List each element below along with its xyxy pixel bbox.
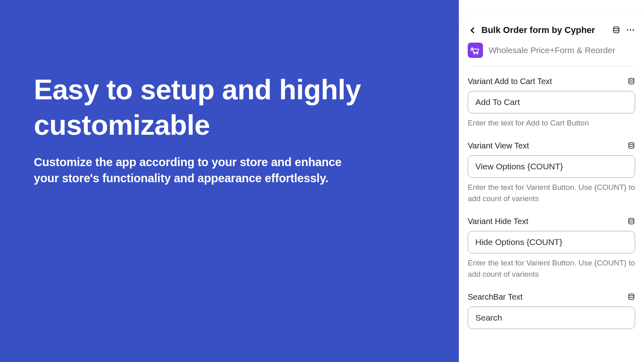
variant-hide-input[interactable] (468, 231, 635, 253)
dynamic-source-button[interactable] (627, 218, 635, 225)
svg-point-6 (629, 294, 634, 296)
settings-panel: Bulk Order form by Cypher ··· (459, 16, 644, 362)
searchbar-text-input[interactable] (468, 306, 635, 329)
cart-icon (471, 45, 480, 55)
dynamic-source-button[interactable] (627, 293, 635, 301)
more-menu-button[interactable]: ··· (626, 26, 635, 35)
dynamic-source-button[interactable] (627, 142, 635, 150)
svg-point-5 (629, 218, 634, 220)
fields-scroll-area: Variant Add to Cart Text Enter the text … (468, 66, 635, 362)
panel-title: Bulk Order form by Cypher (481, 25, 608, 35)
database-icon-button[interactable] (612, 26, 621, 35)
hero-section: Easy to setup and highly customizable Cu… (0, 0, 459, 362)
field-label: Variant Add to Cart Text (468, 77, 552, 86)
field-variant-hide: Variant Hide Text Enter the text for Var… (468, 217, 635, 280)
database-icon (627, 142, 635, 150)
dynamic-source-button[interactable] (627, 78, 635, 85)
field-variant-add-to-cart: Variant Add to Cart Text Enter the text … (468, 77, 635, 129)
field-searchbar-text: SearchBar Text (468, 292, 635, 329)
svg-point-2 (477, 53, 478, 54)
field-help: Enter the text for Add to Cart Button (468, 117, 635, 129)
app-name-label: Wholesale Price+Form & Reorder (489, 45, 615, 55)
field-help: Enter the text for Varient Button. Use {… (468, 182, 635, 205)
svg-point-3 (629, 78, 634, 80)
variant-add-to-cart-input[interactable] (468, 91, 635, 113)
field-variant-view: Variant View Text Enter the text for Var… (468, 141, 635, 205)
svg-point-1 (474, 53, 475, 54)
database-icon (627, 218, 635, 225)
chevron-left-icon (470, 27, 477, 33)
hero-subtitle: Customize the app according to your stor… (34, 154, 368, 186)
svg-point-0 (613, 27, 619, 29)
field-help: Enter the text for Varient Button. Use {… (468, 257, 635, 280)
hero-title: Easy to setup and highly customizable (34, 72, 427, 143)
database-icon (627, 78, 635, 85)
header-actions: ··· (612, 26, 635, 35)
panel-header: Bulk Order form by Cypher ··· (468, 25, 635, 35)
variant-view-input[interactable] (468, 155, 635, 178)
app-icon (468, 43, 483, 58)
field-label: Variant View Text (468, 141, 529, 150)
field-label: SearchBar Text (468, 292, 522, 302)
database-icon (627, 293, 635, 301)
app-identity-row: Wholesale Price+Form & Reorder (468, 43, 635, 66)
database-icon (612, 26, 620, 34)
field-label: Variant Hide Text (468, 217, 528, 226)
back-button[interactable] (468, 25, 477, 35)
svg-point-4 (629, 142, 634, 144)
